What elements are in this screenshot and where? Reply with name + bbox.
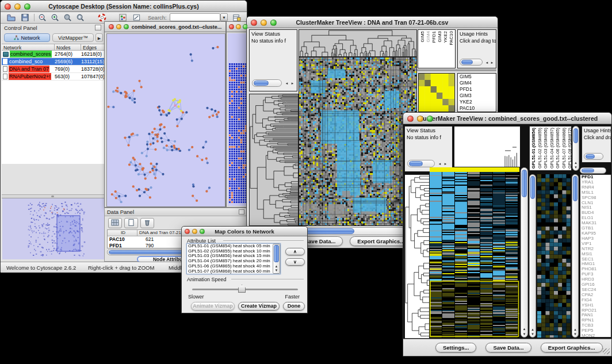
done-button[interactable]: Done — [283, 302, 305, 311]
maximize-icon[interactable] — [124, 24, 129, 29]
zoom-region-icon[interactable] — [74, 13, 86, 22]
scroll-down-icon[interactable]: ▾ — [521, 332, 527, 336]
maximize-icon[interactable] — [24, 3, 30, 10]
column-labels-vscrollbar[interactable]: ▴ ▾ — [572, 126, 579, 171]
tab-overflow-icon[interactable]: ▶ — [95, 33, 103, 42]
scroll-left-icon[interactable]: ◂ — [484, 60, 489, 65]
trash-icon[interactable] — [140, 218, 154, 228]
minimize-icon[interactable] — [14, 3, 21, 10]
treeview1-row-dendrogram[interactable] — [249, 94, 299, 226]
birdseye-overview[interactable] — [2, 198, 105, 259]
usage-scrollbar[interactable] — [460, 59, 483, 66]
treeview2-heatmap[interactable] — [430, 167, 519, 338]
gene-list-hscrollbar[interactable] — [580, 167, 606, 174]
scroll-up-icon[interactable]: ▴ — [530, 327, 536, 332]
zoomview-right-vscrollbar[interactable]: ▴ ▾ — [572, 174, 579, 338]
attribute-list[interactable]: GPL51-01 (GSM854) heat shock 05 minGPL51… — [186, 243, 281, 274]
close-icon[interactable] — [407, 116, 414, 122]
grid-view-icon[interactable] — [108, 218, 122, 228]
network-table-row[interactable]: combined_sco 2569(6) 13112(15) — [2, 58, 105, 66]
panel-divider[interactable] — [2, 194, 105, 198]
scroll-up-icon[interactable]: ▴ — [521, 327, 527, 331]
scroll-down-icon[interactable]: ▼ — [273, 268, 280, 273]
zoom-out-icon[interactable] — [36, 13, 48, 22]
treeview2-row-dendrogram[interactable] — [404, 174, 430, 339]
dialog-titlebar[interactable]: Map Colors to Network — [182, 227, 307, 236]
scroll-right-icon[interactable]: ▸ — [489, 60, 495, 65]
minimize-icon[interactable] — [236, 24, 241, 29]
dropdown-arrow-icon[interactable]: ▼ — [220, 13, 228, 21]
minimize-icon[interactable] — [261, 20, 267, 26]
close-icon[interactable] — [229, 24, 234, 29]
scroll-down-icon[interactable]: ▾ — [573, 165, 579, 170]
slider-thumb[interactable] — [238, 285, 246, 293]
close-icon[interactable] — [5, 3, 11, 10]
treeview1-titlebar[interactable]: ClusterMaker TreeView : DNA and Tran 07-… — [247, 17, 498, 28]
undock-icon[interactable] — [95, 25, 101, 30]
network-table-row[interactable]: DNA and Tran 07 769(0) 183728(0) — [2, 66, 105, 73]
close-icon[interactable] — [251, 20, 257, 26]
open-folder-icon[interactable] — [5, 13, 17, 22]
treeview2-column-labels[interactable]: GPL51-01 (GSM854)GPL51-02 (GSM855)GPL51-… — [529, 126, 572, 171]
tab-network[interactable]: Network — [4, 33, 50, 42]
view-status-scrollbar[interactable] — [407, 160, 435, 167]
usage-scrollbar[interactable] — [584, 153, 603, 160]
undock-icon[interactable] — [239, 209, 244, 214]
new-doc-icon[interactable] — [124, 218, 138, 228]
col-edges[interactable]: Edges — [81, 44, 104, 50]
treeview2-column-dendrogram[interactable] — [454, 126, 521, 167]
scroll-down-icon[interactable]: ▾ — [572, 332, 578, 336]
scroll-up-icon[interactable]: ▴ — [572, 327, 578, 332]
network-view-titlebar[interactable]: combined_scores_good.txt--cluste... — [105, 22, 225, 32]
maximize-icon[interactable] — [200, 229, 205, 234]
network-table-row[interactable]: RNAPuberNov2+! 563(0) 107847(0) — [2, 73, 105, 81]
treeview2-zoom-heatmap[interactable] — [537, 174, 571, 338]
animate-vizmap-button[interactable]: Animate Vizmap — [191, 302, 235, 311]
id-column-header[interactable]: ID — [108, 230, 137, 236]
zoomview-left-vscrollbar[interactable]: ▴ ▾ — [529, 174, 536, 338]
tab-vizmapper[interactable]: VizMapper™ — [52, 33, 94, 42]
treeview1-column-dendrogram[interactable] — [299, 29, 417, 57]
minimize-icon[interactable] — [417, 116, 423, 122]
treeview2-footer-button[interactable]: Save Data... — [485, 343, 531, 352]
view-status-scrollbar[interactable] — [252, 79, 282, 87]
create-vizmap-button[interactable]: Create Vizmap — [238, 302, 280, 311]
maximize-icon[interactable] — [270, 20, 277, 26]
scroll-up-icon[interactable]: ▴ — [573, 160, 579, 165]
main-titlebar[interactable]: Cytoscape Desktop (Session Name: collins… — [1, 1, 247, 12]
search-input[interactable] — [170, 13, 220, 21]
scroll-left-icon[interactable]: ◂ — [284, 81, 289, 86]
col-network[interactable]: Network — [2, 44, 55, 50]
move-down-button[interactable]: ∨ — [285, 258, 305, 266]
grid-window-titlebar[interactable] — [227, 22, 247, 32]
maximize-icon[interactable] — [427, 116, 433, 122]
zoom-fit-icon[interactable] — [62, 13, 73, 22]
scroll-right-icon[interactable]: ▸ — [443, 162, 448, 166]
treeview1-heatmap[interactable] — [299, 57, 417, 226]
resize-grip[interactable] — [603, 348, 610, 354]
grid-network-canvas[interactable] — [228, 33, 247, 206]
treeview1-column-labels[interactable]: GIM5GIM4PFD1GIM3YKE2PAC10 — [418, 29, 456, 68]
treeview2-heatmap-vscrollbar[interactable]: ▴ ▾ — [521, 167, 528, 338]
scroll-right-icon[interactable]: ▸ — [290, 81, 295, 86]
scroll-left-icon[interactable]: ◂ — [437, 162, 442, 166]
treeview2-gene-list[interactable]: PFD1YRA1RNR4MSL1SPC98CLN1NIS1BUD4ELG1MAK… — [580, 174, 611, 338]
minimize-icon[interactable] — [116, 24, 121, 29]
treeview1-zoom-heatmap[interactable] — [418, 73, 455, 112]
zoom-in-icon[interactable] — [49, 13, 60, 22]
treeview2-footer-button[interactable]: Settings... — [435, 343, 476, 352]
network-canvas[interactable] — [106, 33, 225, 207]
minimize-icon[interactable] — [192, 229, 197, 234]
close-icon[interactable] — [185, 229, 190, 234]
treeview2-titlebar[interactable]: ClusterMaker TreeView : combined_scores_… — [403, 113, 611, 124]
treeview1-row-labels[interactable]: GIM5GIM4PFD1GIM3YKE2PAC10 — [457, 73, 496, 112]
save-icon[interactable] — [19, 13, 30, 22]
treeview2-footer-button[interactable]: Export Graphics... — [541, 343, 603, 352]
attribute-list-vscrollbar[interactable]: ▲ ▼ — [273, 244, 280, 274]
maximize-icon[interactable] — [243, 24, 248, 29]
scroll-down-icon[interactable]: ▾ — [530, 332, 536, 336]
col-nodes[interactable]: Nodes — [55, 44, 81, 50]
network-table-row[interactable]: combined_scores 2764(0) 16218(0) — [2, 51, 105, 58]
move-up-button[interactable]: ∧ — [285, 248, 305, 255]
close-icon[interactable] — [109, 24, 114, 29]
